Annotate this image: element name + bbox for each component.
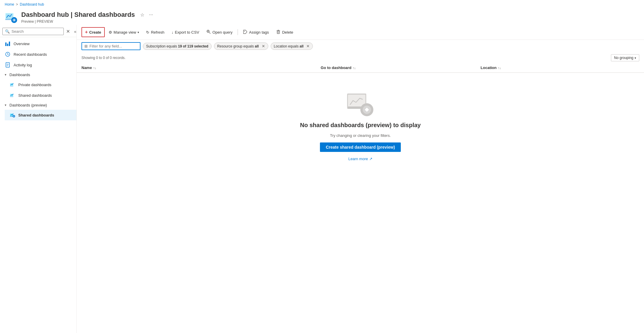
create-button[interactable]: + Create — [81, 27, 105, 37]
resource-group-chip-close[interactable]: ✕ — [261, 44, 265, 48]
toolbar: + Create ⚙ Manage view ▾ ↻ Refresh ↓ Exp… — [77, 25, 644, 40]
breadcrumb-current[interactable]: Dashboard hub — [20, 2, 44, 6]
col-location-label: Location — [480, 65, 496, 70]
filter-input[interactable] — [89, 44, 137, 48]
plus-icon: + — [85, 29, 88, 35]
sidebar-item-shared-dashboards[interactable]: Shared dashboards — [5, 90, 76, 101]
table-header: Name ↑↓ Go to dashboard ↑↓ Location ↑↓ — [77, 63, 644, 73]
main-layout: 🔍 ✕ « Overview Recent dashboards — [0, 25, 644, 333]
sidebar-section-dashboards-preview-label: Dashboards (preview) — [9, 103, 47, 107]
column-location[interactable]: Location ↑↓ — [480, 65, 639, 70]
sidebar-item-private-label: Private dashboards — [18, 83, 72, 87]
delete-button[interactable]: Delete — [273, 27, 297, 37]
create-shared-dashboard-button[interactable]: Create shared dashboard (preview) — [320, 142, 401, 152]
chart-icon-shared — [9, 92, 15, 98]
page-title-area: Dashboard hub | Shared dashboards ☆ ··· … — [21, 11, 154, 24]
sidebar-search[interactable]: 🔍 — [2, 28, 64, 35]
content-area: + Create ⚙ Manage view ▾ ↻ Refresh ↓ Exp… — [77, 25, 644, 333]
column-goto[interactable]: Go to dashboard ↑↓ — [321, 65, 480, 70]
col-goto-label: Go to dashboard — [321, 65, 352, 70]
filter-bar: ⊞ Subscription equals 19 of 119 selected… — [77, 40, 644, 53]
page-icon — [5, 11, 18, 24]
open-query-button[interactable]: Open query — [203, 27, 236, 37]
empty-state: No shared dashboards (preview) to displa… — [77, 73, 644, 179]
svg-point-22 — [207, 30, 209, 32]
learn-more-link[interactable]: Learn more ↗ — [348, 157, 372, 161]
chevron-down-icon: ▾ — [635, 56, 636, 60]
chart-icon — [5, 41, 11, 47]
chart-icon-shared-preview — [9, 112, 15, 118]
clock-icon — [5, 51, 11, 57]
sidebar-search-clear[interactable]: ✕ — [65, 28, 71, 35]
filter-input-wrap[interactable]: ⊞ — [81, 42, 140, 50]
page-header: Dashboard hub | Shared dashboards ☆ ··· … — [0, 9, 644, 25]
sort-icon-name: ↑↓ — [93, 66, 96, 70]
svg-rect-17 — [10, 96, 13, 97]
sidebar-item-activity[interactable]: Activity log — [0, 60, 76, 70]
refresh-button[interactable]: ↻ Refresh — [143, 28, 168, 37]
gear-icon: ⚙ — [109, 30, 112, 35]
sidebar-item-shared-preview-label: Shared dashboards — [18, 113, 72, 117]
sidebar: 🔍 ✕ « Overview Recent dashboards — [0, 25, 77, 333]
delete-icon — [276, 29, 281, 35]
page-title: Dashboard hub | Shared dashboards ☆ ··· — [21, 11, 154, 19]
resource-group-chip-text: Resource group equals all — [217, 44, 259, 48]
sidebar-nav: Overview Recent dashboards Activity log … — [0, 37, 76, 333]
sidebar-item-overview[interactable]: Overview — [0, 38, 76, 49]
sidebar-search-area: 🔍 ✕ « — [0, 26, 76, 37]
page-subtitle: Preview | PREVIEW — [21, 19, 154, 24]
filter-chip-location: Location equals all ✕ — [271, 42, 313, 50]
location-chip-close[interactable]: ✕ — [305, 44, 310, 48]
svg-point-5 — [14, 19, 15, 21]
sidebar-section-dashboards-label: Dashboards — [9, 73, 30, 77]
header-actions: ☆ ··· — [139, 11, 154, 19]
svg-point-25 — [244, 31, 245, 31]
empty-state-icon — [346, 91, 375, 117]
export-csv-button[interactable]: ↓ Export to CSV — [168, 28, 202, 37]
empty-state-title: No shared dashboards (preview) to displa… — [300, 122, 421, 129]
chevron-down-icon-preview: ▾ — [5, 103, 6, 107]
chart-icon-private — [9, 82, 15, 88]
no-grouping-button[interactable]: No grouping ▾ — [611, 54, 639, 61]
breadcrumb-separator: > — [16, 2, 18, 6]
sidebar-section-dashboards[interactable]: ▾ Dashboards — [0, 70, 76, 79]
svg-point-24 — [207, 31, 209, 32]
more-options-button[interactable]: ··· — [148, 11, 154, 19]
empty-state-subtitle: Try changing or clearing your filters. — [330, 133, 391, 138]
svg-rect-8 — [9, 42, 10, 46]
svg-rect-26 — [277, 31, 279, 34]
chevron-down-icon: ▾ — [5, 73, 6, 77]
manage-view-button[interactable]: ⚙ Manage view ▾ — [105, 28, 143, 37]
breadcrumb-home[interactable]: Home — [5, 2, 14, 6]
svg-rect-7 — [7, 44, 8, 46]
search-input[interactable] — [12, 29, 61, 34]
records-bar: Showing 0 to 0 of 0 records. No grouping… — [77, 53, 644, 63]
sort-icon-goto: ↑↓ — [353, 66, 356, 70]
sidebar-item-private-dashboards[interactable]: Private dashboards — [5, 79, 76, 90]
sidebar-item-shared-dashboards-preview[interactable]: Shared dashboards — [5, 110, 76, 120]
sidebar-sub-shared: Shared dashboards — [0, 90, 76, 101]
refresh-icon: ↻ — [146, 30, 149, 35]
export-icon: ↓ — [171, 30, 174, 35]
toolbar-divider — [238, 29, 238, 35]
sidebar-section-dashboards-preview[interactable]: ▾ Dashboards (preview) — [0, 101, 76, 110]
search-icon: 🔍 — [5, 29, 10, 34]
sidebar-sub-private: Private dashboards — [0, 79, 76, 90]
breadcrumb: Home > Dashboard hub — [0, 0, 644, 9]
sidebar-sub-shared-preview: Shared dashboards — [0, 110, 76, 120]
assign-tags-button[interactable]: Assign tags — [240, 27, 272, 37]
col-name-label: Name — [81, 65, 92, 70]
sidebar-item-shared-label: Shared dashboards — [18, 93, 72, 98]
sort-icon-location: ↑↓ — [498, 66, 501, 70]
pin-button[interactable]: ☆ — [139, 11, 146, 19]
svg-rect-6 — [5, 42, 6, 46]
svg-rect-15 — [10, 86, 13, 86]
sidebar-item-overview-label: Overview — [14, 42, 72, 46]
sidebar-item-recent[interactable]: Recent dashboards — [0, 49, 76, 60]
sidebar-item-activity-label: Activity log — [14, 63, 72, 67]
column-name[interactable]: Name ↑↓ — [81, 65, 320, 70]
sidebar-item-recent-label: Recent dashboards — [14, 52, 72, 57]
location-chip-text: Location equals all — [274, 44, 304, 48]
doc-icon — [5, 62, 11, 68]
subscription-chip-text: Subscription equals 19 of 119 selected — [146, 44, 208, 48]
